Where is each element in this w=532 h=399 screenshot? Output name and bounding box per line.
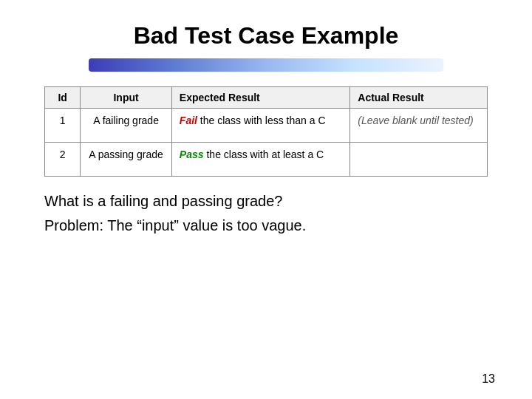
page-number: 13 [482, 372, 495, 386]
row2-id: 2 [45, 143, 81, 177]
decorative-bar [89, 58, 443, 72]
fail-highlight: Fail [180, 115, 197, 126]
slide-title: Bad Test Case Example [134, 22, 399, 50]
pass-highlight: Pass [180, 149, 204, 160]
table-row: 2 A passing grade Pass the class with at… [45, 143, 488, 177]
row1-expected: Fail the class with less than a C [171, 109, 349, 143]
row2-actual [350, 143, 488, 177]
problem-text: Problem: The “input” value is too vague. [44, 217, 306, 234]
slide: Bad Test Case Example Id Input Expected … [0, 0, 532, 399]
row1-actual: (Leave blank until tested) [350, 109, 488, 143]
row1-input: A failing grade [81, 109, 172, 143]
row1-expected-suffix: the class with less than a C [197, 115, 326, 126]
question-text: What is a failing and passing grade? [44, 193, 282, 210]
row2-input: A passing grade [81, 143, 172, 177]
row2-expected-suffix: the class with at least a C [204, 149, 324, 160]
test-case-table: Id Input Expected Result Actual Result 1… [44, 86, 488, 177]
header-expected: Expected Result [171, 87, 349, 109]
row1-id: 1 [45, 109, 81, 143]
header-actual: Actual Result [350, 87, 488, 109]
row2-expected: Pass the class with at least a C [171, 143, 349, 177]
header-id: Id [45, 87, 81, 109]
row1-actual-text: (Leave blank until tested) [358, 115, 473, 126]
header-input: Input [81, 87, 172, 109]
table-row: 1 A failing grade Fail the class with le… [45, 109, 488, 143]
